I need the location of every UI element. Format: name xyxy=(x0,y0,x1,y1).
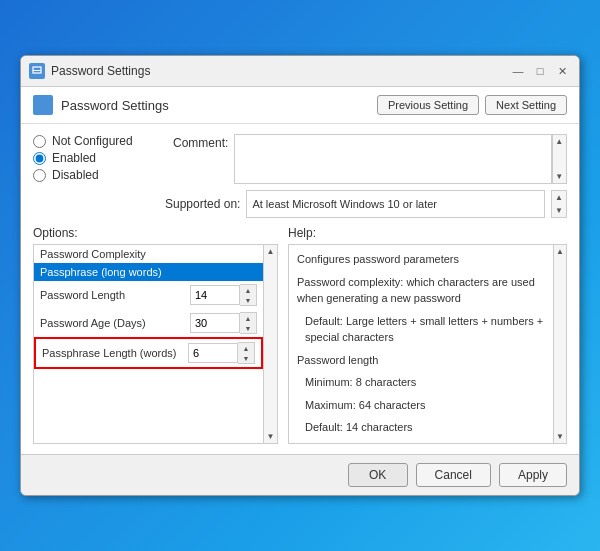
apply-button[interactable]: Apply xyxy=(499,463,567,487)
password-length-up[interactable]: ▲ xyxy=(240,285,256,295)
next-setting-button[interactable]: Next Setting xyxy=(485,95,567,115)
comment-textarea[interactable] xyxy=(234,134,551,184)
title-controls: — □ ✕ xyxy=(509,62,571,80)
supported-scroll-up[interactable]: ▲ xyxy=(553,191,565,204)
help-panel: Configures password parameters Password … xyxy=(288,244,554,444)
comment-scrollbar[interactable]: ▲ ▼ xyxy=(552,134,567,184)
supported-label: Supported on: xyxy=(165,197,240,211)
password-age-up[interactable]: ▲ xyxy=(240,313,256,323)
option-password-age: Password Age (Days) ▲ ▼ xyxy=(34,309,263,337)
password-length-spinner: ▲ ▼ xyxy=(240,284,257,306)
options-scroll-down[interactable]: ▼ xyxy=(265,430,277,443)
password-age-down[interactable]: ▼ xyxy=(240,323,256,333)
help-line-5: Maximum: 64 characters xyxy=(305,397,545,414)
radio-enabled[interactable]: Enabled xyxy=(33,151,163,165)
radio-enabled-input[interactable] xyxy=(33,152,46,165)
radio-not-configured-label: Not Configured xyxy=(52,134,133,148)
supported-scroll-down[interactable]: ▼ xyxy=(553,204,565,217)
window-icon xyxy=(29,63,45,79)
radio-not-configured[interactable]: Not Configured xyxy=(33,134,163,148)
help-line-6: Default: 14 characters xyxy=(305,419,545,436)
minimize-button[interactable]: — xyxy=(509,62,527,80)
help-line-3: Password length xyxy=(297,352,545,369)
radio-disabled[interactable]: Disabled xyxy=(33,168,163,182)
options-title: Options: xyxy=(33,226,278,240)
main-window: Password Settings — □ ✕ Password Setting… xyxy=(20,55,580,496)
options-panel-wrapper: Password Complexity Passphrase (long wor… xyxy=(33,244,278,444)
option-passphrase[interactable]: Passphrase (long words) xyxy=(34,263,263,281)
passphrase-length-up[interactable]: ▲ xyxy=(238,343,254,353)
help-panel-wrapper: Configures password parameters Password … xyxy=(288,244,567,444)
help-scrollbar[interactable]: ▲ ▼ xyxy=(554,244,567,444)
supported-value: At least Microsoft Windows 10 or later xyxy=(246,190,545,218)
supported-scrollbar[interactable]: ▲ ▼ xyxy=(551,190,567,218)
comment-label: Comment: xyxy=(173,136,228,150)
password-age-spinner: ▲ ▼ xyxy=(240,312,257,334)
dialog-header-icon xyxy=(33,95,53,115)
passphrase-length-spinner: ▲ ▼ xyxy=(238,342,255,364)
option-password-length-label: Password Length xyxy=(40,289,190,301)
radio-enabled-label: Enabled xyxy=(52,151,96,165)
previous-setting-button[interactable]: Previous Setting xyxy=(377,95,479,115)
radio-disabled-input[interactable] xyxy=(33,169,46,182)
option-password-length: Password Length ▲ ▼ xyxy=(34,281,263,309)
dialog-header-left: Password Settings xyxy=(33,95,169,115)
scroll-down-arrow[interactable]: ▼ xyxy=(553,170,565,183)
title-bar-left: Password Settings xyxy=(29,63,150,79)
help-title: Help: xyxy=(288,226,567,240)
maximize-button[interactable]: □ xyxy=(531,62,549,80)
option-passphrase-length: Passphrase Length (words) ▲ ▼ xyxy=(34,337,263,369)
dialog-body: Not Configured Enabled Disabled Comment: xyxy=(21,124,579,454)
help-scroll-up[interactable]: ▲ xyxy=(554,245,566,258)
dialog-footer: OK Cancel Apply xyxy=(21,454,579,495)
help-scroll-down[interactable]: ▼ xyxy=(554,430,566,443)
dialog-header: Password Settings Previous Setting Next … xyxy=(21,87,579,124)
ok-button[interactable]: OK xyxy=(348,463,408,487)
supported-section: Supported on: At least Microsoft Windows… xyxy=(163,190,567,218)
comment-area-section: Comment: ▲ ▼ xyxy=(173,134,567,184)
radio-disabled-label: Disabled xyxy=(52,168,99,182)
title-bar: Password Settings — □ ✕ xyxy=(21,56,579,87)
header-buttons: Previous Setting Next Setting xyxy=(377,95,567,115)
radio-not-configured-input[interactable] xyxy=(33,135,46,148)
cancel-button[interactable]: Cancel xyxy=(416,463,491,487)
dialog-header-title: Password Settings xyxy=(61,98,169,113)
options-scrollbar[interactable]: ▲ ▼ xyxy=(264,244,278,444)
option-passphrase-length-label: Passphrase Length (words) xyxy=(42,347,188,359)
option-password-complexity[interactable]: Password Complexity xyxy=(34,245,263,263)
passphrase-length-down[interactable]: ▼ xyxy=(238,353,254,363)
help-line-4: Minimum: 8 characters xyxy=(305,374,545,391)
help-line-1: Password complexity: which characters ar… xyxy=(297,274,545,307)
option-password-age-label: Password Age (Days) xyxy=(40,317,190,329)
options-panel: Password Complexity Passphrase (long wor… xyxy=(33,244,264,444)
help-line-2: Default: Large letters + small letters +… xyxy=(305,313,545,346)
password-age-input[interactable] xyxy=(190,313,240,333)
close-button[interactable]: ✕ xyxy=(553,62,571,80)
options-scroll-up[interactable]: ▲ xyxy=(265,245,277,258)
radio-section: Not Configured Enabled Disabled xyxy=(33,134,163,184)
help-line-7: Password age in days xyxy=(297,442,545,445)
password-length-down[interactable]: ▼ xyxy=(240,295,256,305)
scroll-up-arrow[interactable]: ▲ xyxy=(553,135,565,148)
options-help-section: Options: Password Complexity Passphrase … xyxy=(33,226,567,444)
svg-rect-1 xyxy=(33,70,41,71)
password-length-input[interactable] xyxy=(190,285,240,305)
help-column: Help: Configures password parameters Pas… xyxy=(288,226,567,444)
window-title: Password Settings xyxy=(51,64,150,78)
passphrase-length-input[interactable] xyxy=(188,343,238,363)
options-column: Options: Password Complexity Passphrase … xyxy=(33,226,278,444)
help-line-0: Configures password parameters xyxy=(297,251,545,268)
